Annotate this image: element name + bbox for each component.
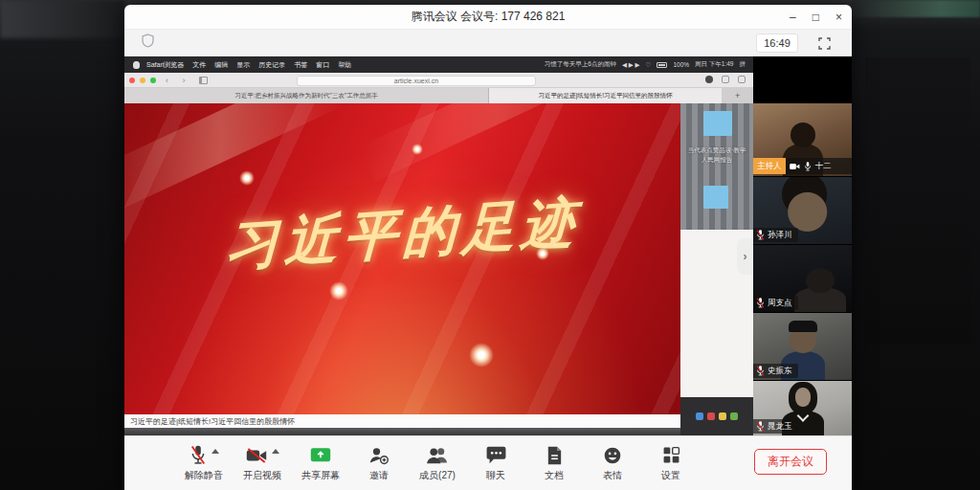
download-icon[interactable] <box>705 76 713 83</box>
safari-tab-bar: 习近平:把乡村振兴战略作为新时代"三农"工作总抓手 习近平的足迹|纸短情长!习近… <box>124 88 753 103</box>
sparkle <box>469 343 494 368</box>
mac-menu-bar: Safari浏览器 文件 编辑 显示 历史记录 书签 窗口 帮助 习惯了每天早上… <box>124 56 753 73</box>
camera-on-icon <box>790 163 800 170</box>
invite-icon <box>368 446 390 465</box>
sparkle <box>329 281 348 301</box>
share-screen-icon <box>310 447 331 464</box>
video-caption: 习近平的足迹|纸短情长!习近平回信里的殷殷情怀 <box>124 414 680 428</box>
nav-back-forward-icons[interactable]: ‹ › <box>166 76 191 85</box>
participant-silhouette <box>794 287 846 312</box>
share-screen-button[interactable]: 共享屏幕 <box>299 445 343 482</box>
unmute-button[interactable]: 解除静音 <box>182 445 226 482</box>
sidebar-collapse-arrow[interactable]: › <box>737 238 753 275</box>
participant-tile[interactable]: 晁龙玉 <box>753 381 852 435</box>
main-area: Safari浏览器 文件 编辑 显示 历史记录 书签 窗口 帮助 习惯了每天早上… <box>124 56 852 435</box>
settings-grid-icon <box>662 446 680 464</box>
minimize-icon[interactable]: – <box>790 11 796 23</box>
menu-datetime: 周日 下午1:49 <box>695 60 733 69</box>
leave-meeting-button[interactable]: 离开会议 <box>754 449 827 475</box>
menu-bookmarks[interactable]: 书签 <box>294 60 307 70</box>
ime-indicator[interactable]: 拼 <box>740 60 746 69</box>
mic-muted-icon <box>756 230 765 240</box>
document-icon <box>546 446 563 465</box>
fullscreen-icon[interactable] <box>818 36 831 54</box>
shield-icon[interactable] <box>142 33 154 52</box>
battery-icon <box>657 62 667 68</box>
docs-button[interactable]: 文档 <box>532 445 576 482</box>
info-bar: 16:49 <box>124 30 852 56</box>
sparkle <box>536 247 549 260</box>
light-streak <box>360 103 636 182</box>
video-slide[interactable]: 习近平的足迹 <box>124 103 680 414</box>
menu-safari[interactable]: Safari浏览器 <box>146 60 184 70</box>
dock-icons <box>680 397 753 435</box>
mac-zoom-icon[interactable] <box>150 78 156 83</box>
new-tab-icon[interactable]: + <box>722 88 753 103</box>
shared-screen: Safari浏览器 文件 编辑 显示 历史记录 书签 窗口 帮助 习惯了每天早上… <box>124 56 753 435</box>
menu-help[interactable]: 帮助 <box>338 60 351 70</box>
menu-window[interactable]: 窗口 <box>316 60 329 70</box>
desktop-blur <box>852 0 980 17</box>
start-video-button[interactable]: 开启视频 <box>240 445 284 482</box>
participant-tile-host[interactable]: 主持人 十二 <box>753 103 852 176</box>
url-field[interactable]: article.xuexi.cn <box>297 76 536 86</box>
desktop-background: 腾讯会议 会议号: 177 426 821 – □ × 16:49 <box>0 0 980 490</box>
participant-tile[interactable]: 孙泽川 <box>753 177 852 244</box>
heart-icon[interactable]: ♡ <box>646 61 652 69</box>
browser-tab-inactive[interactable]: 习近平:把乡村振兴战略作为新时代"三农"工作总抓手 <box>124 88 489 103</box>
meeting-window: 腾讯会议 会议号: 177 426 821 – □ × 16:49 <box>124 5 852 490</box>
sparkle <box>239 170 255 186</box>
participant-name: 孙泽川 <box>768 230 792 241</box>
article-thumbnail: 当代表点赞品读·教学 人民网报告 <box>680 103 753 230</box>
menu-edit[interactable]: 编辑 <box>214 60 228 70</box>
light-streak <box>124 103 343 212</box>
mac-dock-strip <box>124 428 680 435</box>
browser-tab-active[interactable]: 习近平的足迹|纸短情长!习近平回信里的殷殷情怀 <box>489 88 722 103</box>
sidebar-toggle-icon[interactable] <box>199 77 208 84</box>
members-icon <box>426 446 449 465</box>
mac-minimize-icon[interactable] <box>140 78 145 83</box>
participant-name: 晁龙玉 <box>768 421 792 433</box>
meeting-toolbar: 解除静音 开启视频 共享屏幕 邀请 <box>124 435 852 490</box>
media-transport-icons[interactable]: ◀ ▶ ▶ <box>622 61 640 69</box>
sparkle <box>412 144 423 155</box>
now-playing-text: 习惯了每天早上6点的闹钟 <box>545 60 616 69</box>
battery-percent: 100% <box>673 61 689 68</box>
title-bar: 腾讯会议 会议号: 177 426 821 – □ × <box>124 5 852 30</box>
audio-options-caret-icon[interactable] <box>212 449 219 454</box>
dock-icon <box>719 412 726 420</box>
window-title: 腾讯会议 会议号: 177 426 821 <box>412 9 566 25</box>
participant-name: 周支点 <box>768 298 792 309</box>
emoji-icon <box>603 446 622 465</box>
desktop-blur <box>865 57 970 345</box>
close-icon[interactable]: × <box>835 11 842 23</box>
members-button[interactable]: 成员(27) <box>415 445 459 482</box>
dock-icon <box>730 412 738 420</box>
menu-view[interactable]: 显示 <box>236 60 250 70</box>
mic-muted-icon <box>756 298 765 308</box>
emoji-button[interactable]: 表情 <box>590 445 635 482</box>
desktop-blur <box>0 0 124 38</box>
participant-tile[interactable]: 周支点 <box>753 245 852 312</box>
thumbnail-block <box>703 186 728 209</box>
mac-close-icon[interactable] <box>129 78 135 83</box>
mic-muted-icon <box>756 421 765 432</box>
tabs-overview-icon[interactable] <box>738 76 746 83</box>
host-badge: 主持人 <box>753 158 786 174</box>
participant-name: 史振东 <box>768 366 792 377</box>
participant-sidebar: 主持人 十二 孙泽川 <box>753 56 852 435</box>
participant-tile[interactable]: 史振东 <box>753 313 852 380</box>
thumbnail-block <box>703 111 732 136</box>
video-options-caret-icon[interactable] <box>272 449 279 454</box>
maximize-icon[interactable]: □ <box>813 11 819 23</box>
apple-logo-icon <box>133 61 140 69</box>
menu-history[interactable]: 历史记录 <box>258 60 285 70</box>
menu-file[interactable]: 文件 <box>192 60 206 70</box>
mic-muted-icon <box>756 366 765 376</box>
settings-button[interactable]: 设置 <box>649 445 693 482</box>
chat-button[interactable]: 聊天 <box>474 445 518 482</box>
mic-on-icon <box>804 162 812 171</box>
invite-button[interactable]: 邀请 <box>357 445 401 482</box>
share-icon[interactable] <box>722 76 729 83</box>
thumbnail-caption-line2: 人民网报告 <box>680 155 753 165</box>
